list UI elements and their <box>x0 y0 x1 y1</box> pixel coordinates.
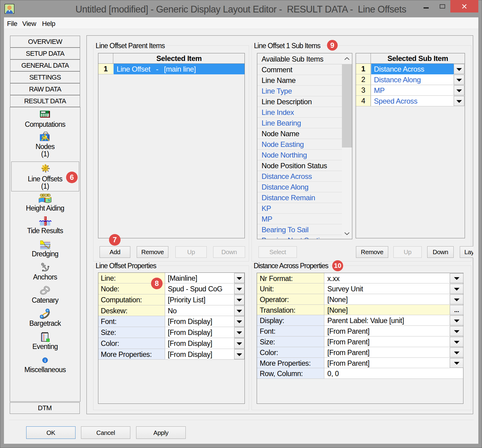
svg-text:i: i <box>44 358 46 363</box>
svg-text:GEOID: GEOID <box>40 194 51 197</box>
svg-text:N: N <box>48 199 50 202</box>
